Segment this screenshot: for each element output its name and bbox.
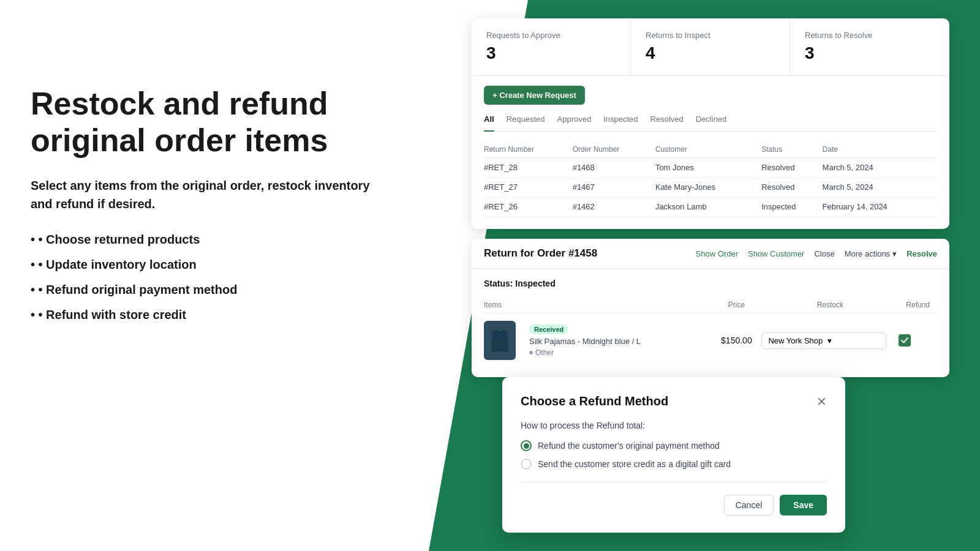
more-actions-label: More actions <box>845 249 890 258</box>
cell-order-number: #1462 <box>573 197 655 217</box>
save-button[interactable]: Save <box>780 495 827 515</box>
tab-requested[interactable]: Requested <box>507 114 545 126</box>
radio-inner-dot <box>524 443 529 449</box>
col-date: Date <box>823 141 937 158</box>
radio-store-credit-label: Send the customer store credit as a digi… <box>538 459 731 469</box>
cell-date: February 14, 2024 <box>823 197 937 217</box>
resolve-value: 3 <box>805 43 935 63</box>
cell-status: Resolved <box>761 178 822 197</box>
cell-order-number: #1467 <box>573 178 655 197</box>
radio-option-original[interactable]: Refund the customer's original payment m… <box>521 440 827 451</box>
bullet-2: • Update inventory location <box>31 258 386 272</box>
more-actions-button[interactable]: More actions ▾ <box>845 249 897 258</box>
create-request-button[interactable]: + Create New Request <box>484 86 585 105</box>
radio-empty-icon <box>521 459 532 470</box>
cell-status: Inspected <box>761 197 822 217</box>
cancel-button[interactable]: Cancel <box>724 495 774 515</box>
close-button[interactable]: Close <box>814 249 834 258</box>
other-badge: Other <box>529 348 711 357</box>
product-name: Silk Pajamas - Midnight blue / L <box>529 337 711 346</box>
show-customer-link[interactable]: Show Customer <box>748 249 804 258</box>
modal-title: Choose a Refund Method <box>521 394 668 408</box>
summary-resolve[interactable]: Returns to Resolve 3 <box>790 18 949 75</box>
col-return-number: Return Number <box>484 141 573 158</box>
location-label: New York Shop <box>768 336 823 345</box>
bullet-4: • Refund with store credit <box>31 308 386 322</box>
modal-header: Choose a Refund Method ✕ <box>521 394 827 408</box>
modal-divider <box>521 482 827 482</box>
modal-footer: Cancel Save <box>521 495 827 515</box>
requests-value: 3 <box>486 43 616 63</box>
cell-status: Resolved <box>761 158 822 178</box>
item-row: Received Silk Pajamas - Midnight blue / … <box>484 313 937 368</box>
chevron-down-icon: ▾ <box>892 249 897 258</box>
radio-selected-icon <box>521 440 532 451</box>
sub-heading: Select any items from the original order… <box>31 176 386 213</box>
col-customer: Customer <box>655 141 761 158</box>
returns-table: Return Number Order Number Customer Stat… <box>484 141 937 217</box>
filter-tabs: All Requested Approved Inspected Resolve… <box>484 114 937 132</box>
hero-section: Restock and refund original order items … <box>31 86 386 322</box>
items-col-price: Price <box>711 297 761 313</box>
panel-area: Requests to Approve 3 Returns to Inspect… <box>472 18 949 377</box>
table-section: + Create New Request All Requested Appro… <box>472 76 949 229</box>
cell-return-number: #RET_27 <box>484 178 573 197</box>
items-col-item: Items <box>484 297 711 313</box>
product-info: Received Silk Pajamas - Midnight blue / … <box>529 324 711 357</box>
table-row[interactable]: #RET_26 #1462 Jackson Lamb Inspected Feb… <box>484 197 937 217</box>
summary-inspect[interactable]: Returns to Inspect 4 <box>631 18 790 75</box>
other-label: Other <box>535 348 554 357</box>
bullet-3: • Refund original payment method <box>31 283 386 297</box>
cell-date: March 5, 2024 <box>823 158 937 178</box>
dropdown-arrow-icon: ▾ <box>827 336 832 345</box>
status-label: Status: Inspected <box>484 279 937 288</box>
inspect-label: Returns to Inspect <box>646 31 775 40</box>
requests-label: Requests to Approve <box>486 31 616 40</box>
show-order-link[interactable]: Show Order <box>696 249 738 258</box>
tab-inspected[interactable]: Inspected <box>603 114 638 126</box>
summary-grid: Requests to Approve 3 Returns to Inspect… <box>472 18 949 75</box>
resolve-button[interactable]: Resolve <box>907 249 937 258</box>
tab-all[interactable]: All <box>484 114 494 126</box>
cell-return-number: #RET_28 <box>484 158 573 178</box>
items-col-refund: Refund <box>899 297 937 313</box>
modal-close-icon[interactable]: ✕ <box>816 395 827 408</box>
refund-modal: Choose a Refund Method ✕ How to process … <box>502 377 845 533</box>
product-image <box>484 321 516 360</box>
cell-customer: Jackson Lamb <box>655 197 761 217</box>
refund-checkbox[interactable] <box>899 334 911 347</box>
table-row[interactable]: #RET_28 #1468 Tom Jones Resolved March 5… <box>484 158 937 178</box>
cell-customer: Kate Mary-Jones <box>655 178 761 197</box>
cell-customer: Tom Jones <box>655 158 761 178</box>
feature-list: • Choose returned products • Update inve… <box>31 233 386 322</box>
location-select[interactable]: New York Shop ▾ <box>761 332 886 349</box>
returns-summary-panel: Requests to Approve 3 Returns to Inspect… <box>472 18 949 229</box>
detail-header: Return for Order #1458 Show Order Show C… <box>472 239 949 269</box>
tab-resolved[interactable]: Resolved <box>650 114 684 126</box>
col-status: Status <box>761 141 822 158</box>
modal-question: How to process the Refund total: <box>521 421 827 430</box>
main-heading: Restock and refund original order items <box>31 86 386 159</box>
return-detail-panel: Return for Order #1458 Show Order Show C… <box>472 239 949 377</box>
received-badge: Received <box>529 324 568 334</box>
cell-date: March 5, 2024 <box>823 178 937 197</box>
radio-option-store-credit[interactable]: Send the customer store credit as a digi… <box>521 459 827 470</box>
summary-requests[interactable]: Requests to Approve 3 <box>472 18 631 75</box>
col-order-number: Order Number <box>573 141 655 158</box>
tab-approved[interactable]: Approved <box>557 114 592 126</box>
inspect-value: 4 <box>646 43 775 63</box>
cell-return-number: #RET_26 <box>484 197 573 217</box>
table-row[interactable]: #RET_27 #1467 Kate Mary-Jones Resolved M… <box>484 178 937 197</box>
detail-body: Status: Inspected Items Price Restock Re… <box>472 269 949 377</box>
resolve-label: Returns to Resolve <box>805 31 935 40</box>
price-cell: $150.00 <box>711 313 761 368</box>
items-table: Items Price Restock Refund <box>484 297 937 367</box>
detail-title: Return for Order #1458 <box>484 247 686 260</box>
cell-order-number: #1468 <box>573 158 655 178</box>
other-dot <box>529 351 533 354</box>
radio-original-label: Refund the customer's original payment m… <box>538 441 720 451</box>
tab-declined[interactable]: Declined <box>696 114 727 126</box>
bullet-1: • Choose returned products <box>31 233 386 247</box>
items-col-restock: Restock <box>761 297 899 313</box>
